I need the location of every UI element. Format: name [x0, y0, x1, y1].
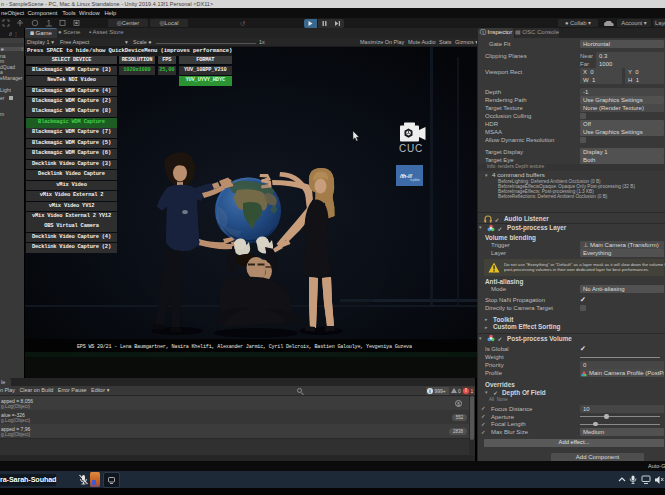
svg-text:EPS WS 20/21 - Lena Baumgartne: EPS WS 20/21 - Lena Baumgartner, Nasira …: [77, 344, 412, 350]
